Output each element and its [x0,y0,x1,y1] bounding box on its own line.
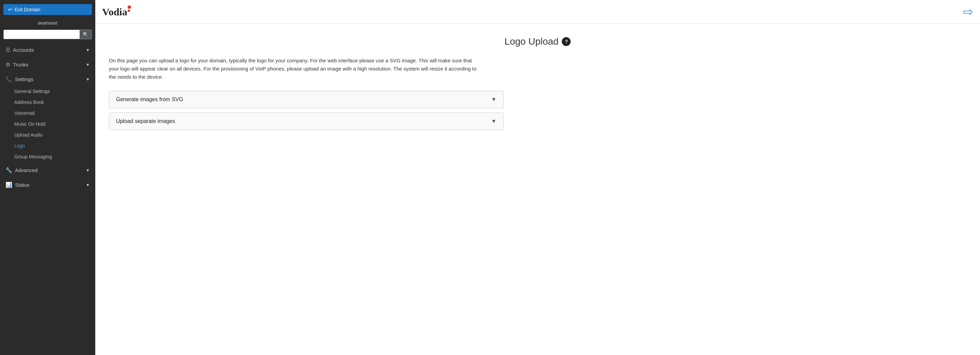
logout-icon: ⇨ [963,5,973,19]
settings-arrow: ▼ [86,77,90,82]
sidebar-item-voicemail[interactable]: Voicemail [0,108,95,118]
upload-separate-section: Upload separate images ▼ [109,112,504,130]
generate-svg-header[interactable]: Generate images from SVG ▼ [109,91,503,108]
exit-domain-label: Exit Domain [14,7,40,12]
status-label: Status [15,182,30,188]
upload-separate-chevron: ▼ [491,118,496,124]
nav-accounts-header[interactable]: ☰ Accounts ▼ [0,43,95,56]
accounts-label: Accounts [13,47,34,53]
trunks-arrow: ▼ [86,62,90,67]
generate-svg-section: Generate images from SVG ▼ [109,91,504,108]
sidebar-item-logo[interactable]: Logo [0,141,95,151]
nav-trunks-header[interactable]: ⚙ Trunks ▼ [0,58,95,71]
sidebar-item-upload-audio[interactable]: Upload Audio [0,130,95,141]
nav-trunks: ⚙ Trunks ▼ [0,57,95,72]
logo-area: Vodia [102,7,131,17]
advanced-icon: 🔧 [5,167,12,173]
advanced-arrow: ▼ [86,168,90,173]
advanced-label: Advanced [15,167,38,173]
sidebar-item-music-on-hold[interactable]: Music On Hold [0,118,95,130]
exit-icon: ↩ [8,6,13,13]
content-area: Logo Upload ? On this page you can uploa… [95,24,980,355]
vodia-dots [127,5,131,12]
sidebar-item-group-messaging[interactable]: Group Messaging [0,151,95,162]
nav-settings: 📞 Settings ▼ General Settings Address Bo… [0,72,95,163]
settings-icon: 📞 [5,76,12,82]
main-area: Vodia ⇨ Logo Upload ? On this page you c… [95,0,980,355]
search-bar: 🔍 [0,28,95,43]
search-input[interactable] [3,30,80,39]
nav-accounts: ☰ Accounts ▼ [0,43,95,57]
generate-svg-chevron: ▼ [491,96,496,102]
domain-name: deathstart [0,19,95,28]
sidebar: ↩ Exit Domain deathstart 🔍 ☰ Accounts ▼ … [0,0,95,355]
nav-advanced: 🔧 Advanced ▼ [0,163,95,178]
vodia-text: Vodia [102,7,127,17]
status-icon: 📊 [5,182,12,188]
page-title: Logo Upload [504,36,559,47]
upload-separate-label: Upload separate images [116,118,175,124]
help-icon-button[interactable]: ? [562,37,571,46]
sidebar-header: ↩ Exit Domain [0,0,95,19]
trunks-label: Trunks [13,62,28,67]
accounts-arrow: ▼ [86,48,90,53]
accounts-icon: ☰ [5,47,10,53]
sidebar-item-address-book[interactable]: Address Book [0,97,95,108]
exit-domain-button[interactable]: ↩ Exit Domain [3,4,92,15]
trunks-icon: ⚙ [5,61,10,68]
vodia-logo: Vodia [102,7,131,17]
page-description: On this page you can upload a logo for y… [109,56,483,81]
page-title-row: Logo Upload ? [109,36,966,47]
generate-svg-label: Generate images from SVG [116,96,183,102]
settings-label: Settings [15,76,33,82]
search-button[interactable]: 🔍 [80,30,92,39]
sidebar-item-general-settings[interactable]: General Settings [0,86,95,97]
nav-advanced-header[interactable]: 🔧 Advanced ▼ [0,163,95,177]
nav-settings-header[interactable]: 📞 Settings ▼ [0,73,95,86]
status-arrow: ▼ [86,182,90,187]
nav-status-header[interactable]: 📊 Status ▼ [0,178,95,192]
nav-status: 📊 Status ▼ [0,178,95,192]
upload-separate-header[interactable]: Upload separate images ▼ [109,113,503,130]
vodia-dot-big [127,5,131,9]
vodia-dot-small [127,10,130,12]
logout-button[interactable]: ⇨ [963,5,973,19]
topbar: Vodia ⇨ [95,0,980,24]
